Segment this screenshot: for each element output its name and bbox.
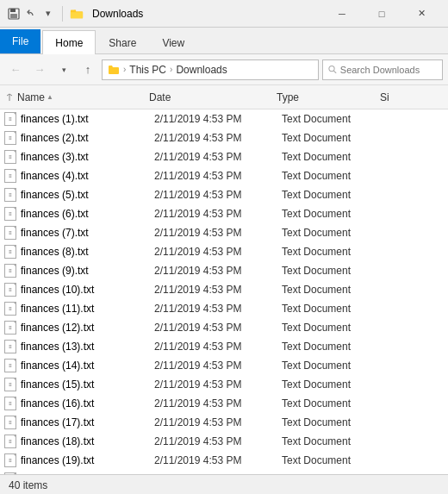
cell-type: Text Document: [282, 397, 385, 410]
svg-rect-3: [74, 9, 76, 11]
cell-type: Text Document: [282, 473, 385, 474]
cell-date: 2/11/2019 4:53 PM: [154, 416, 282, 428]
table-row[interactable]: ≡ finances (2).txt 2/11/2019 4:53 PM Tex…: [0, 128, 448, 147]
file-icon: ≡: [3, 131, 17, 145]
file-icon: ≡: [3, 169, 17, 183]
dropdown-icon[interactable]: ▾: [41, 7, 55, 21]
table-row[interactable]: ≡ finances (6).txt 2/11/2019 4:53 PM Tex…: [0, 204, 448, 223]
close-button[interactable]: ✕: [401, 0, 441, 28]
table-row[interactable]: ≡ finances (18).txt 2/11/2019 4:53 PM Te…: [0, 432, 448, 451]
search-box[interactable]: [322, 59, 443, 80]
table-row[interactable]: ≡ finances (8).txt 2/11/2019 4:53 PM Tex…: [0, 242, 448, 261]
table-row[interactable]: ≡ finances (15).txt 2/11/2019 4:53 PM Te…: [0, 375, 448, 394]
file-icon: ≡: [3, 435, 17, 448]
file-icon: ≡: [3, 340, 17, 353]
cell-type: Text Document: [282, 435, 385, 447]
table-row[interactable]: ≡ finances (11).txt 2/11/2019 4:53 PM Te…: [0, 299, 448, 318]
table-row[interactable]: ≡ finances (4).txt 2/11/2019 4:53 PM Tex…: [0, 166, 448, 185]
ribbon: File Home Share View: [0, 28, 448, 54]
table-row[interactable]: ≡ finances (9).txt 2/11/2019 4:53 PM Tex…: [0, 261, 448, 280]
col-header-size[interactable]: Si: [380, 91, 445, 103]
file-icon: ≡: [3, 397, 17, 410]
cell-date: 2/11/2019 4:53 PM: [154, 322, 282, 334]
cell-type: Text Document: [282, 341, 385, 353]
tab-share[interactable]: Share: [96, 30, 149, 54]
title-bar-quick-access: ▾ Downloads: [7, 6, 143, 22]
maximize-button[interactable]: □: [362, 0, 401, 28]
table-row[interactable]: ≡ finances (17).txt 2/11/2019 4:53 PM Te…: [0, 413, 448, 432]
cell-name: finances (13).txt: [21, 341, 154, 353]
table-row[interactable]: ≡ finances (10).txt 2/11/2019 4:53 PM Te…: [0, 280, 448, 299]
undo-icon[interactable]: [24, 7, 38, 21]
cell-date: 2/11/2019 4:53 PM: [154, 397, 282, 410]
window-controls: ─ □ ✕: [322, 0, 441, 28]
path-separator-1: ›: [123, 65, 126, 74]
table-row[interactable]: ≡ finances (14).txt 2/11/2019 4:53 PM Te…: [0, 356, 448, 375]
cell-date: 2/11/2019 4:53 PM: [154, 227, 282, 239]
tab-home[interactable]: Home: [42, 30, 96, 54]
tab-view[interactable]: View: [149, 30, 197, 54]
table-row[interactable]: ≡ finances (13).txt 2/11/2019 4:53 PM Te…: [0, 337, 448, 356]
sort-icon: [3, 85, 16, 109]
cell-name: finances (17).txt: [21, 416, 154, 428]
svg-rect-1: [10, 9, 16, 12]
cell-name: finances (2).txt: [21, 132, 154, 144]
col-header-date[interactable]: Date: [149, 91, 277, 103]
back-button[interactable]: ←: [5, 59, 26, 80]
file-icon: ≡: [3, 472, 17, 474]
cell-type: Text Document: [282, 189, 385, 201]
table-row[interactable]: ≡ finances (16).txt 2/11/2019 4:53 PM Te…: [0, 394, 448, 413]
window-title: Downloads: [92, 8, 143, 20]
tab-file[interactable]: File: [0, 29, 40, 53]
file-icon: ≡: [3, 283, 17, 297]
cell-date: 2/11/2019 4:53 PM: [154, 473, 282, 474]
cell-type: Text Document: [282, 303, 385, 315]
cell-date: 2/11/2019 4:53 PM: [154, 113, 282, 125]
file-icon: ≡: [3, 188, 17, 202]
file-icon: ≡: [3, 112, 17, 126]
forward-button[interactable]: →: [29, 59, 50, 80]
cell-date: 2/11/2019 4:53 PM: [154, 265, 282, 277]
up-button[interactable]: ↑: [78, 59, 98, 80]
cell-type: Text Document: [282, 227, 385, 239]
cell-date: 2/11/2019 4:53 PM: [154, 170, 282, 182]
cell-type: Text Document: [282, 151, 385, 163]
cell-name: finances (3).txt: [21, 151, 154, 163]
table-row[interactable]: ≡ finances (7).txt 2/11/2019 4:53 PM Tex…: [0, 223, 448, 242]
cell-date: 2/11/2019 4:53 PM: [154, 189, 282, 201]
save-icon[interactable]: [7, 7, 21, 21]
file-icon: ≡: [3, 226, 17, 240]
table-row[interactable]: ≡ finances (5).txt 2/11/2019 4:53 PM Tex…: [0, 185, 448, 204]
path-folder-icon: [108, 65, 120, 75]
path-this-pc[interactable]: This PC: [129, 64, 166, 76]
cell-name: finances (16).txt: [21, 397, 154, 410]
col-header-type[interactable]: Type: [277, 91, 380, 103]
cell-date: 2/11/2019 4:53 PM: [154, 454, 282, 466]
table-row[interactable]: ≡ finances (3).txt 2/11/2019 4:53 PM Tex…: [0, 147, 448, 166]
table-row[interactable]: ≡ finances (12).txt 2/11/2019 4:53 PM Te…: [0, 318, 448, 337]
status-bar: 40 items: [0, 474, 448, 494]
cell-name: finances (9).txt: [21, 265, 154, 277]
cell-name: finances (15).txt: [21, 378, 154, 391]
minimize-button[interactable]: ─: [322, 0, 362, 28]
table-row[interactable]: ≡ finances (19).txt 2/11/2019 4:53 PM Te…: [0, 451, 448, 470]
cell-type: Text Document: [282, 132, 385, 144]
col-header-name[interactable]: Name ▲: [16, 91, 149, 103]
cell-date: 2/11/2019 4:53 PM: [154, 246, 282, 258]
path-separator-2: ›: [170, 65, 172, 74]
table-row[interactable]: ≡ finances (1).txt 2/11/2019 4:53 PM Tex…: [0, 109, 448, 128]
file-icon: ≡: [3, 321, 17, 335]
cell-date: 2/11/2019 4:53 PM: [154, 151, 282, 163]
cell-name: finances (10).txt: [21, 284, 154, 296]
cell-name: finances (5).txt: [21, 189, 154, 201]
address-path[interactable]: › This PC › Downloads: [102, 59, 319, 80]
cell-name: finances (1).txt: [21, 113, 154, 125]
cell-name: finances (12).txt: [21, 322, 154, 334]
file-list: ≡ finances (1).txt 2/11/2019 4:53 PM Tex…: [0, 109, 448, 474]
path-downloads[interactable]: Downloads: [176, 64, 227, 76]
search-input[interactable]: [340, 65, 437, 75]
dropdown-recent-button[interactable]: ▾: [53, 59, 74, 80]
table-row[interactable]: ≡ finances (20).txt 2/11/2019 4:53 PM Te…: [0, 470, 448, 474]
ribbon-tabs: File Home Share View: [0, 28, 448, 53]
cell-name: finances (14).txt: [21, 360, 154, 372]
